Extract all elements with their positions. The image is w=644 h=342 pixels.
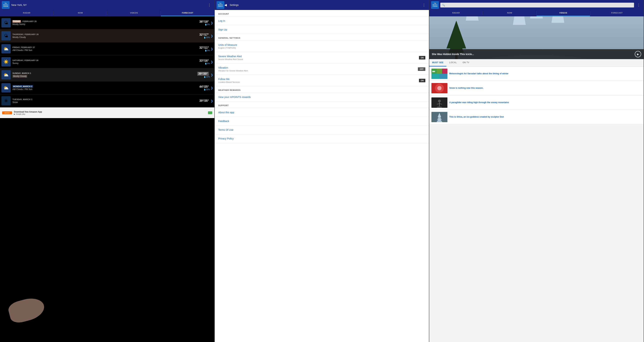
about-item[interactable]: About this app: [215, 108, 429, 117]
forecast-desc-sun: Mostly Cloudy: [12, 75, 27, 78]
video-tab-must-see[interactable]: MUST SEE: [429, 59, 446, 66]
forecast-panel: The Weather Channel New York, NY ⋮ RADAR…: [0, 0, 215, 342]
video-thumb-1: [432, 83, 448, 93]
video-list-title-3: This is Shiva, an ice goddess created by…: [449, 116, 642, 118]
severe-alert-item[interactable]: Severe Weather Alert Severe Weather Aler…: [215, 52, 429, 63]
mpoints-label: View your mPOINTS rewards: [218, 96, 426, 98]
menu-icon[interactable]: ⋮: [206, 2, 212, 8]
videos-logo: The Weather Channel: [431, 1, 439, 9]
video-list-item-1[interactable]: Snow is nothing new this season.: [429, 81, 644, 95]
tab-videos[interactable]: VIDEOS: [107, 10, 161, 16]
tab-now[interactable]: NOW: [54, 10, 107, 16]
video-list-item-2[interactable]: A paraglider was riding high through the…: [429, 96, 644, 110]
video-tab-local[interactable]: LOCAL: [446, 59, 460, 66]
search-icon: 🔍: [442, 4, 445, 7]
tab-radar[interactable]: RADAR: [0, 10, 53, 16]
feedback-item[interactable]: Feedback: [215, 117, 429, 126]
chevron-fri: ❯: [211, 47, 213, 51]
videos-header: The Weather Channel 🔍 ⋮: [429, 0, 644, 10]
videos-tab-radar[interactable]: RADAR: [429, 10, 483, 16]
forecast-row-today[interactable]: 🌤 TODAY , FEBRUARY 25 Mostly Sunny 38°/1…: [0, 16, 214, 29]
tab-forecast[interactable]: FORECAST: [161, 10, 214, 16]
follow-me-label: Follow Me: [218, 78, 240, 81]
forecast-row-mon[interactable]: ⛅ MONDAY, MARCH 2 AM Clouds / PM Sun 44°…: [0, 81, 214, 94]
forecast-date-sun: SUNDAY, MARCH 1: [12, 72, 197, 74]
account-section-header: ACCOUNT: [215, 10, 429, 17]
settings-menu-icon[interactable]: ⋮: [421, 2, 427, 8]
signup-label: Sign Up: [218, 28, 426, 31]
general-section-header: GENERAL SETTINGS: [215, 34, 429, 41]
support-section-header: SUPPORT: [215, 102, 429, 108]
forecast-row-fri[interactable]: ⛅ FRIDAY, FEBRUARY 27 AM Clouds / PM Sun…: [0, 42, 214, 55]
video-list-text-3: This is Shiva, an ice goddess created by…: [449, 116, 642, 118]
videos-tab-forecast[interactable]: FORECAST: [590, 10, 644, 16]
follow-me-toggle[interactable]: ON: [419, 79, 426, 82]
vibration-sub: Vibration for Severe Weather Alert: [218, 70, 248, 72]
forecast-info-today: TODAY , FEBRUARY 25 Mostly Sunny: [12, 20, 200, 26]
forecast-date-mon: MONDAY, MARCH 2: [12, 85, 200, 87]
severe-alert-toggle[interactable]: ON: [419, 56, 426, 60]
signup-item[interactable]: Sign Up: [215, 25, 429, 34]
featured-video[interactable]: She Was Hidden Inside This Icicle... ▶: [429, 16, 644, 59]
videos-menu-icon[interactable]: ⋮: [636, 2, 642, 8]
forecast-temps-sat: 33°/16° 💧0%: [200, 59, 210, 65]
forecast-info-mon: MONDAY, MARCH 2 AM Clouds / PM Sun: [12, 85, 200, 90]
forecast-row-tue[interactable]: ❄ TUESDAY, MARCH 3 Snow 39°/35° ❯: [0, 94, 214, 107]
settings-logo: The Weather Channel: [216, 1, 224, 9]
vibration-item[interactable]: Vibration Vibration for Severe Weather A…: [215, 63, 429, 75]
chevron-mon: ❯: [211, 86, 213, 90]
forecast-temps-tue: 39°/35°: [200, 99, 210, 102]
settings-header: The Weather Channel ◀ Settings ⋮: [215, 0, 429, 10]
forecast-desc-mon: AM Clouds / PM Sun: [12, 88, 200, 90]
video-thumb-0: ▓▓▓: [432, 69, 448, 79]
svg-rect-21: [440, 74, 448, 79]
chevron-sat: ❯: [211, 60, 213, 64]
videos-tab-now[interactable]: NOW: [483, 10, 536, 16]
forecast-desc-thu: Mostly Cloudy: [12, 36, 200, 39]
settings-content: ACCOUNT Log In Sign Up GENERAL SETTINGS …: [215, 10, 429, 342]
video-list: ▓▓▓ Meteorologist Ari Sarsalari talks ab…: [429, 67, 644, 342]
search-bar[interactable]: 🔍: [440, 3, 634, 8]
svg-marker-7: [530, 16, 543, 19]
video-list-title-1: Snow is nothing new this season.: [449, 87, 642, 90]
ad-logo: amazon: [2, 111, 12, 114]
forecast-row-sun[interactable]: ⛅ SUNDAY, MARCH 1 Mostly Cloudy 39°/30° …: [0, 68, 214, 81]
video-list-item-0[interactable]: ▓▓▓ Meteorologist Ari Sarsalari talks ab…: [429, 67, 644, 81]
chevron-sun: ❯: [211, 73, 213, 77]
video-list-title-0: Meteorologist Ari Sarsalari talks about …: [449, 72, 642, 75]
play-button[interactable]: ▶: [635, 51, 641, 57]
forecast-temps-today: 38°/18° 💧0%: [200, 20, 210, 26]
location-title: New York, NY: [12, 4, 206, 7]
video-list-title-2: A paraglider was riding high through the…: [449, 101, 642, 104]
ad-install-btn[interactable]: [208, 111, 212, 114]
forecast-date-fri: FRIDAY, FEBRUARY 27: [12, 46, 200, 49]
forecast-desc-tue: Snow: [12, 101, 200, 103]
svg-rect-19: [442, 69, 448, 74]
units-item[interactable]: Units of Measure English (°F/MPH/IN): [215, 41, 429, 52]
svg-point-27: [438, 100, 441, 102]
video-list-item-3[interactable]: This is Shiva, an ice goddess created by…: [429, 110, 644, 124]
follow-me-item[interactable]: Follow Me Location-Based Services ON: [215, 75, 429, 86]
units-sub: English (°F/MPH/IN): [218, 47, 237, 49]
settings-title: Settings: [230, 4, 421, 7]
forecast-info-tue: TUESDAY, MARCH 3 Snow: [12, 98, 200, 103]
app-logo: The Weather Channel: [2, 1, 10, 9]
weather-icon-today: 🌤: [2, 18, 11, 28]
login-item[interactable]: Log In: [215, 17, 429, 25]
videos-tab-videos[interactable]: VIDEOS: [536, 10, 590, 16]
vibration-toggle[interactable]: OFF: [418, 67, 425, 71]
settings-back-btn[interactable]: ◀: [224, 3, 227, 7]
ad-banner[interactable]: amazon Download free Amazon App ▶ Google…: [0, 107, 214, 118]
svg-point-25: [437, 86, 442, 90]
forecast-row-sat[interactable]: ☀️ SATURDAY, FEBRUARY 28 Sunny 33°/16° 💧…: [0, 55, 214, 68]
login-label: Log In: [218, 20, 426, 22]
mpoints-item[interactable]: View your mPOINTS rewards: [215, 93, 429, 102]
forecast-info-thu: THURSDAY, FEBRUARY 26 Mostly Cloudy: [12, 33, 200, 39]
video-tab-on-tv[interactable]: ON TV: [460, 59, 472, 66]
terms-item[interactable]: Terms Of Use: [215, 126, 429, 134]
privacy-label: Privacy Policy: [218, 137, 426, 140]
weather-icon-tue: ❄: [2, 96, 11, 105]
chevron-thu: ❯: [211, 34, 213, 38]
privacy-item[interactable]: Privacy Policy: [215, 134, 429, 143]
forecast-row-thu[interactable]: 🌤 THURSDAY, FEBRUARY 26 Mostly Cloudy 32…: [0, 29, 214, 42]
